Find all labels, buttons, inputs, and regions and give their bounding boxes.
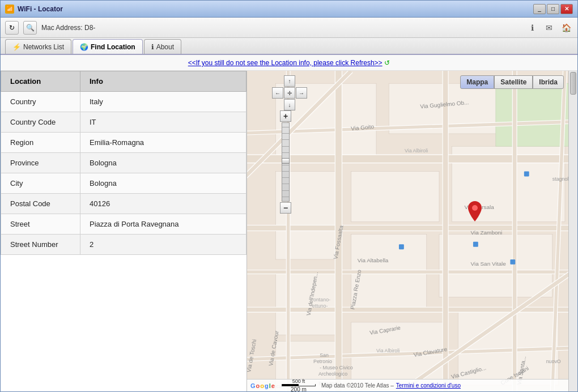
about-tab-icon: ℹ (151, 43, 154, 51)
window-controls: _ □ ✕ (533, 4, 573, 14)
svg-text:San: San (320, 352, 329, 358)
svg-text:ettuno-: ettuno- (312, 303, 328, 309)
scale-m: 200 m (291, 386, 307, 391)
location-value: IT (80, 112, 246, 133)
map-view-buttons: Mappa Satellite Ibrida (460, 75, 564, 89)
minimize-button[interactable]: _ (533, 4, 546, 14)
info-toolbar-icon: ℹ (531, 23, 534, 32)
svg-text:stagnoli: stagnoli (552, 176, 568, 182)
toolbar-right: ℹ ✉ 🏠 (525, 21, 573, 35)
table-row: Country CodeIT (1, 112, 246, 133)
location-label: City (1, 173, 80, 194)
map-nav-down[interactable]: ↓ (284, 99, 295, 110)
tab-bar: ⚡ Networks List 🌍 Find Location ℹ About (1, 38, 577, 55)
svg-rect-62 (473, 242, 478, 247)
toolbar: ↻ 🔍 Mac Address: D8- ℹ ✉ 🏠 (1, 18, 577, 38)
map-data-text: Map data ©2010 Tele Atlas – (321, 382, 394, 389)
mail-icon: ✉ (546, 23, 552, 32)
home-icon: 🏠 (562, 23, 571, 32)
map-footer: G o o g l e 500 ft 200 m (247, 379, 568, 391)
zoom-track (282, 122, 290, 202)
scrollbar (568, 71, 577, 391)
scale-ft: 500 ft (292, 378, 305, 384)
zoom-in-button[interactable]: + (280, 110, 291, 122)
svg-rect-61 (399, 244, 404, 249)
svg-text:nuovO: nuovO (546, 359, 561, 364)
search-icon: 🔍 (26, 24, 35, 32)
table-row: Street Number2 (1, 235, 246, 255)
find-location-tab-icon: 🌍 (80, 43, 88, 51)
google-o2: o (260, 382, 264, 389)
table-row: CountryItaly (1, 92, 246, 112)
google-e: e (271, 382, 275, 389)
location-label: Country Code (1, 112, 80, 133)
map-nav-left[interactable]: ← (272, 87, 283, 99)
map-nav-center[interactable]: ✛ (284, 87, 295, 99)
zoom-out-button[interactable]: − (280, 202, 291, 214)
tele-atlas-link[interactable]: Termini e condizioni d'uso (396, 382, 461, 389)
google-g2: g (265, 382, 269, 389)
svg-text:- Museo Civico: - Museo Civico (320, 365, 353, 370)
map-view-satellite[interactable]: Satellite (494, 75, 533, 89)
info-toolbar-button[interactable]: ℹ (525, 21, 539, 35)
google-l: l (269, 382, 271, 389)
svg-rect-63 (524, 172, 529, 177)
svg-text:ontano-: ontano- (313, 297, 330, 302)
svg-text:Via San Vitale: Via San Vitale (470, 261, 506, 267)
svg-rect-4 (351, 172, 439, 222)
location-value: Italy (80, 92, 246, 112)
mac-address-label: Mac Address: D8- (41, 24, 521, 32)
map-view-mappa[interactable]: Mappa (460, 75, 494, 89)
svg-text:Via Altabella: Via Altabella (358, 257, 389, 263)
tab-about[interactable]: ℹ About (144, 39, 181, 54)
map-container: Via Goito Via Guglielmo Ob... Via Marsal… (247, 71, 568, 391)
svg-text:Via Albiroli: Via Albiroli (405, 148, 428, 154)
location-label: Postal Code (1, 194, 80, 214)
svg-point-71 (472, 205, 478, 211)
svg-text:Petronio: Petronio (313, 359, 332, 364)
refresh-icon: ↻ (9, 24, 15, 32)
table-row: RegionEmilia-Romagna (1, 133, 246, 153)
svg-text:Via Zamboni: Via Zamboni (470, 229, 502, 236)
location-value: Bologna (80, 173, 246, 194)
networks-tab-icon: ⚡ (12, 43, 21, 51)
location-value: Piazza di Porta Ravegnana (80, 214, 246, 235)
find-location-tab-label: Find Location (91, 43, 135, 51)
location-table: Location Info CountryItalyCountry CodeIT… (1, 71, 246, 255)
close-button[interactable]: ✕ (560, 4, 573, 14)
app-icon: 📶 (5, 5, 14, 14)
tab-networks[interactable]: ⚡ Networks List (5, 39, 71, 54)
svg-text:Archeologico: Archeologico (318, 371, 347, 377)
location-value: Emilia-Romagna (80, 133, 246, 153)
scale-bar: 500 ft 200 m (282, 378, 316, 391)
map-nav-up[interactable]: ↑ (284, 75, 295, 87)
location-value: Bologna (80, 153, 246, 173)
mail-toolbar-button[interactable]: ✉ (542, 21, 556, 35)
google-logo: G o o g l e (250, 382, 275, 389)
map-background: Via Goito Via Guglielmo Ob... Via Marsal… (247, 71, 568, 391)
scrollbar-thumb[interactable] (570, 72, 576, 95)
refresh-button[interactable]: ↻ (5, 21, 19, 35)
location-label: Province (1, 153, 80, 173)
svg-text:Via Albiroli: Via Albiroli (376, 348, 400, 353)
window-title: WiFi - Locator (18, 5, 533, 13)
location-label: Region (1, 133, 80, 153)
tab-find-location[interactable]: 🌍 Find Location (73, 39, 143, 54)
search-button[interactable]: 🔍 (23, 21, 37, 35)
refresh-link[interactable]: <<If you still do not see the Location i… (188, 59, 382, 67)
zoom-controls: + − (280, 110, 291, 214)
map-panel: Via Goito Via Guglielmo Ob... Via Marsal… (247, 71, 568, 391)
home-toolbar-button[interactable]: 🏠 (559, 21, 573, 35)
location-panel: Location Info CountryItalyCountry CodeIT… (1, 71, 247, 391)
zoom-handle[interactable] (282, 158, 290, 164)
map-view-ibrida[interactable]: Ibrida (533, 75, 564, 89)
maximize-button[interactable]: □ (547, 4, 559, 14)
svg-rect-64 (510, 259, 515, 265)
location-value: 2 (80, 235, 246, 255)
svg-rect-12 (496, 83, 568, 146)
map-nav-right[interactable]: → (296, 87, 307, 99)
location-value: 40126 (80, 194, 246, 214)
table-row: Postal Code40126 (1, 194, 246, 214)
table-row: CityBologna (1, 173, 246, 194)
google-o1: o (256, 382, 260, 389)
